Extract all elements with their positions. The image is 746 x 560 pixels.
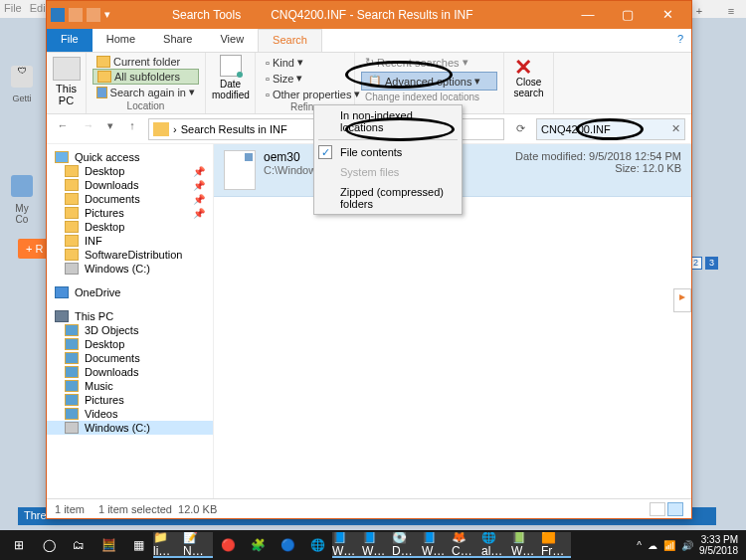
ribbon-context-label: Search Tools xyxy=(172,8,241,22)
taskbar-app[interactable]: 💽 D… xyxy=(392,532,422,558)
quick-access-toolbar: ▾ xyxy=(51,8,112,22)
nav-music[interactable]: Music xyxy=(47,379,213,393)
current-folder-button[interactable]: Current folder xyxy=(93,55,199,69)
search-box[interactable]: ✕ xyxy=(536,118,685,140)
nav-softwaredistribution[interactable]: SoftwareDistribution xyxy=(47,248,213,262)
advanced-options-button[interactable]: 📋 Advanced options ▾ xyxy=(361,72,497,91)
dd-system-files[interactable]: System files xyxy=(314,162,462,182)
nav-windows-c2[interactable]: Windows (C:) xyxy=(47,421,213,435)
refresh-button[interactable]: ⟳ xyxy=(510,122,530,135)
clear-search-icon[interactable]: ✕ xyxy=(671,122,680,135)
taskbar-app[interactable]: 🔵 xyxy=(273,532,302,558)
taskbar-app[interactable]: 📘 W… xyxy=(332,532,362,558)
recent-locations-button[interactable]: ▾ xyxy=(104,119,116,139)
view-details-icon[interactable] xyxy=(650,502,665,516)
taskbar-app[interactable]: 🧩 xyxy=(243,532,273,558)
taskbar-clock[interactable]: 3:33 PM 9/5/2018 xyxy=(699,534,738,556)
qat-icon[interactable] xyxy=(51,8,65,22)
tray-network-icon[interactable]: 📶 xyxy=(663,540,675,551)
other-properties-button[interactable]: ▫ Other properties ▾ xyxy=(262,87,348,101)
taskbar-app[interactable]: 🟧 Fr… xyxy=(541,532,571,558)
size-button[interactable]: ▫ Size ▾ xyxy=(262,71,348,86)
qat-icon[interactable] xyxy=(87,8,100,22)
help-icon[interactable]: ? xyxy=(669,29,691,52)
status-bar: 1 item 1 item selected 12.0 KB xyxy=(47,498,691,518)
tab-search[interactable]: Search xyxy=(258,29,322,52)
tray-chevron-icon[interactable]: ^ xyxy=(637,540,642,551)
taskbar-app[interactable]: 🌐 xyxy=(302,532,332,558)
tab-home[interactable]: Home xyxy=(93,29,149,52)
kind-button[interactable]: ▫ Kind ▾ xyxy=(262,55,348,70)
check-icon: ✓ xyxy=(318,145,332,159)
close-search-icon[interactable]: ✕ xyxy=(510,55,536,77)
nav-videos[interactable]: Videos xyxy=(47,407,213,421)
nav-desktop3[interactable]: Desktop xyxy=(47,337,213,351)
start-button[interactable]: ⊞ xyxy=(4,532,34,558)
taskbar-app[interactable]: 📗 W… xyxy=(511,532,541,558)
maximize-button[interactable]: ▢ xyxy=(608,1,648,29)
taskbar-app[interactable]: 🔴 xyxy=(213,532,243,558)
view-tiles-icon[interactable] xyxy=(667,502,683,516)
nav-windows-c[interactable]: Windows (C:) xyxy=(47,262,213,276)
nav-documents[interactable]: Documents📌 xyxy=(47,192,213,206)
this-pc-icon[interactable] xyxy=(53,57,81,81)
nav-onedrive[interactable]: OneDrive xyxy=(47,285,213,299)
navigation-pane: Quick access Desktop📌 Downloads📌 Documen… xyxy=(47,144,214,498)
up-button[interactable]: ↑ xyxy=(122,119,142,139)
nav-quick-access[interactable]: Quick access xyxy=(47,150,213,164)
titlebar[interactable]: ▾ Search Tools CNQ4200.INF - Search Resu… xyxy=(47,1,691,29)
nav-this-pc[interactable]: This PC xyxy=(47,309,213,323)
taskview-button[interactable]: 🗂 xyxy=(64,532,93,558)
nav-desktop[interactable]: Desktop📌 xyxy=(47,164,213,178)
advanced-options-dropdown: In non-indexed locations ✓File contents … xyxy=(313,104,463,215)
explorer-window: ▾ Search Tools CNQ4200.INF - Search Resu… xyxy=(46,0,692,519)
taskbar-app[interactable]: 🧮 xyxy=(93,532,123,558)
ribbon-tabs: File Home Share View Search ? xyxy=(47,29,691,53)
nav-desktop2[interactable]: Desktop xyxy=(47,220,213,234)
taskbar-app[interactable]: 📁 li… xyxy=(153,532,183,558)
taskbar-app[interactable]: 🦊 C… xyxy=(452,532,481,558)
taskbar-app[interactable]: ▦ xyxy=(123,532,153,558)
dd-zipped[interactable]: Zipped (compressed) folders xyxy=(314,182,462,214)
date-modified-icon[interactable] xyxy=(220,55,242,77)
search-input[interactable] xyxy=(541,123,651,135)
this-pc-label: This PC xyxy=(53,83,80,106)
nav-downloads2[interactable]: Downloads xyxy=(47,365,213,379)
result-meta: Date modified: 9/5/2018 12:54 PM Size: 1… xyxy=(515,150,681,190)
taskbar-app[interactable]: 📝 N… xyxy=(183,532,213,558)
cortana-button[interactable]: ◯ xyxy=(34,532,64,558)
dd-file-contents[interactable]: ✓File contents xyxy=(314,142,462,162)
tab-view[interactable]: View xyxy=(206,29,258,52)
forward-button[interactable]: → xyxy=(79,119,98,139)
nav-inf[interactable]: INF xyxy=(47,234,213,248)
recent-searches-button[interactable]: ↻ Recent searches ▾ xyxy=(361,55,497,70)
date-modified-label[interactable]: Date modified xyxy=(212,79,249,100)
change-indexed-button[interactable]: Change indexed locations xyxy=(361,91,497,103)
qat-dropdown-icon[interactable]: ▾ xyxy=(104,8,112,22)
tab-share[interactable]: Share xyxy=(149,29,206,52)
breadcrumb-text: Search Results in INF xyxy=(181,123,287,135)
all-subfolders-button[interactable]: All subfolders xyxy=(93,69,199,85)
status-selected: 1 item selected 12.0 KB xyxy=(98,503,217,515)
tab-file[interactable]: File xyxy=(47,29,93,52)
taskbar-app[interactable]: 📘 W… xyxy=(362,532,392,558)
nav-documents2[interactable]: Documents xyxy=(47,351,213,365)
search-again-button[interactable]: Search again in ▾ xyxy=(93,85,199,99)
minimize-button[interactable]: — xyxy=(568,1,608,29)
nav-pictures2[interactable]: Pictures xyxy=(47,393,213,407)
system-tray[interactable]: ^ ☁ 📶 🔊 3:33 PM 9/5/2018 xyxy=(637,534,742,556)
nav-3d-objects[interactable]: 3D Objects xyxy=(47,323,213,337)
taskbar-app[interactable]: 🌐 al… xyxy=(481,532,511,558)
qat-icon[interactable] xyxy=(69,8,83,22)
preview-pane-toggle[interactable]: ▸ xyxy=(673,288,691,312)
back-button[interactable]: ← xyxy=(53,119,73,139)
nav-pictures[interactable]: Pictures📌 xyxy=(47,206,213,220)
close-button[interactable]: ✕ xyxy=(648,1,687,29)
dd-non-indexed[interactable]: In non-indexed locations xyxy=(314,105,462,137)
file-icon xyxy=(224,150,256,190)
tray-onedrive-icon[interactable]: ☁ xyxy=(648,540,657,551)
tray-volume-icon[interactable]: 🔊 xyxy=(681,540,693,551)
nav-downloads[interactable]: Downloads📌 xyxy=(47,178,213,192)
status-count: 1 item xyxy=(55,503,85,515)
taskbar-app[interactable]: 📘 W… xyxy=(422,532,452,558)
